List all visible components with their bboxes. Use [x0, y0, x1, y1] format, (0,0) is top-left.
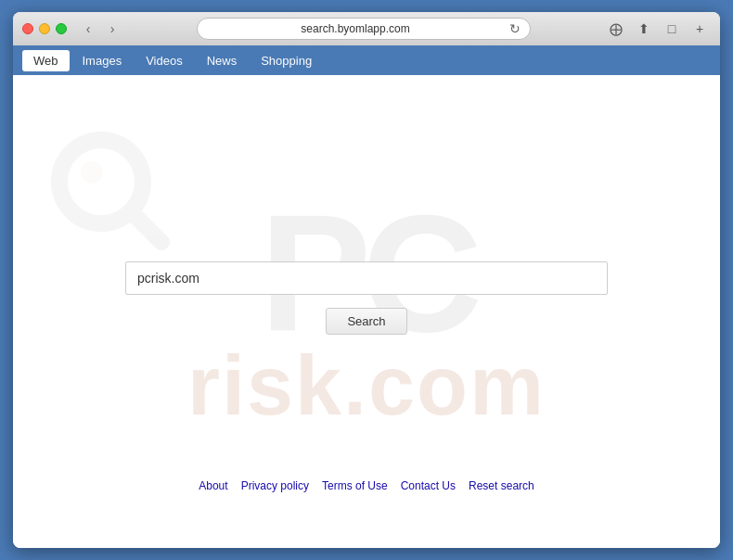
forward-button[interactable]: › [102, 19, 122, 39]
footer-links: About Privacy policy Terms of Use Contac… [199, 479, 534, 492]
reload-icon[interactable]: ↻ [509, 21, 521, 36]
add-tab-button[interactable]: + [688, 18, 711, 40]
privacy-link[interactable]: Privacy policy [241, 479, 309, 492]
shield-icon[interactable]: ⨁ [605, 18, 627, 40]
nav-tabs: Web Images Videos News Shopping [13, 45, 720, 75]
title-bar-actions: ⨁ ⬆ □ + [605, 18, 711, 40]
about-link[interactable]: About [199, 479, 227, 492]
search-area: Search [125, 261, 608, 335]
magnifier-watermark [50, 131, 171, 251]
watermark-risk-text: risk.com [187, 338, 546, 434]
minimize-button[interactable] [39, 23, 50, 34]
svg-point-2 [81, 161, 103, 184]
new-tab-icon[interactable]: □ [661, 18, 683, 40]
tab-news[interactable]: News [196, 50, 249, 71]
search-input[interactable] [125, 261, 608, 295]
tab-shopping[interactable]: Shopping [250, 50, 323, 71]
tab-web[interactable]: Web [22, 50, 70, 71]
tab-videos[interactable]: Videos [135, 50, 194, 71]
share-icon[interactable]: ⬆ [633, 18, 655, 40]
tab-images[interactable]: Images [71, 50, 134, 71]
reset-link[interactable]: Reset search [469, 479, 534, 492]
svg-line-1 [134, 214, 161, 242]
address-bar-container: search.byomlapp.com ↻ [130, 18, 598, 40]
contact-link[interactable]: Contact Us [401, 479, 456, 492]
maximize-button[interactable] [56, 23, 67, 34]
url-text: search.byomlapp.com [207, 22, 504, 35]
svg-point-0 [59, 140, 143, 223]
title-bar: ‹ › search.byomlapp.com ↻ ⨁ ⬆ □ + [13, 12, 720, 45]
back-button[interactable]: ‹ [78, 19, 98, 39]
content-area: PC risk.com Search About Privacy policy … [13, 75, 720, 548]
search-button[interactable]: Search [326, 308, 406, 335]
browser-window: ‹ › search.byomlapp.com ↻ ⨁ ⬆ □ + Web Im… [13, 12, 720, 548]
terms-link[interactable]: Terms of Use [322, 479, 388, 492]
address-bar[interactable]: search.byomlapp.com ↻ [197, 18, 531, 40]
close-button[interactable] [22, 23, 33, 34]
nav-buttons: ‹ › [78, 19, 122, 39]
traffic-lights [22, 23, 67, 34]
